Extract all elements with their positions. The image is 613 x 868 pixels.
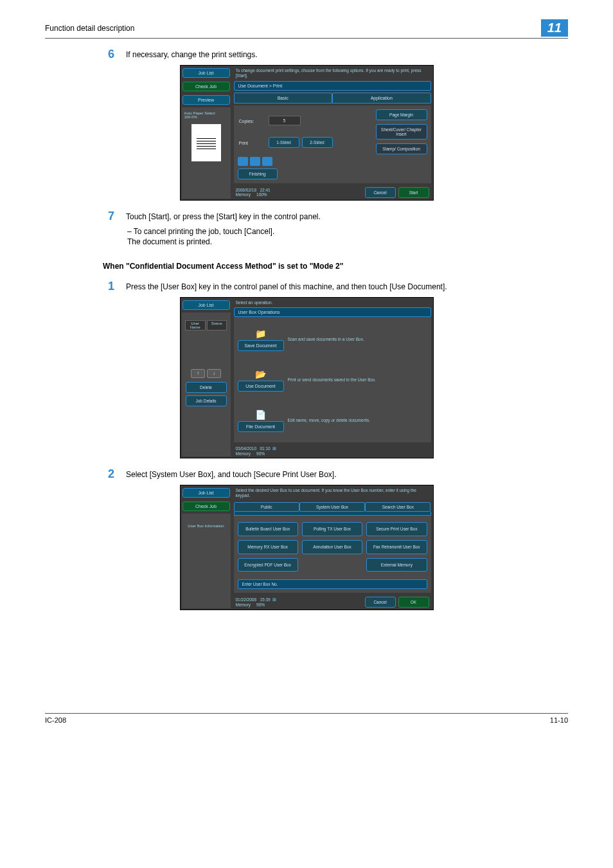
save-document-icon: 📁 — [254, 327, 267, 340]
file-document-icon: 📄 — [254, 408, 267, 421]
screenshot-print-settings: Job List Check Job Preview Auto Paper Se… — [180, 65, 434, 201]
auto-paper-status: Auto Paper Select 100.0% — [184, 111, 228, 119]
encrypted-pdf-button[interactable]: Encrypted PDF User Box — [238, 558, 298, 572]
chapter-number: 11 — [541, 19, 568, 37]
check-job-tab[interactable]: Check Job — [182, 82, 230, 91]
footer-memory-value: 90% — [256, 451, 265, 456]
stamp-button[interactable]: Stamp/ Composition — [376, 143, 427, 154]
page-footer: IC-208 11-10 — [45, 713, 568, 724]
job-list-tab[interactable]: Job List — [182, 68, 230, 78]
enter-user-box-no[interactable]: Enter User Box No. — [238, 579, 427, 589]
job-details-button[interactable]: Job Details — [186, 395, 227, 406]
bulletin-board-button[interactable]: Bulletin Board User Box — [238, 522, 298, 536]
fax-retransmit-button[interactable]: Fax Retransmit User Box — [366, 540, 427, 554]
breadcrumb: Use Document > Print — [234, 81, 431, 91]
footer-memory-label: Memory — [236, 602, 251, 607]
footer-date: 03/04/2010 — [236, 446, 257, 451]
save-document-button[interactable]: Save Document — [238, 340, 284, 351]
hint-text: Select the desired User Box to use docum… — [232, 485, 433, 501]
page-header: Function detail description 11 — [45, 19, 568, 39]
footer-time: 22:41 — [260, 188, 270, 192]
footer-date: 2008/02/18 — [236, 188, 257, 192]
mode2-heading: When "Confidential Document Access Metho… — [103, 262, 568, 271]
cancel-button[interactable]: Cancel — [365, 187, 396, 198]
hint-text: Select an operation. — [232, 298, 433, 308]
use-document-desc: Print or send documents saved in the Use… — [288, 377, 427, 382]
header-title: Function detail description — [45, 24, 134, 33]
footer-memory-value: 100% — [256, 192, 267, 197]
footer-memory-label: Memory — [236, 192, 251, 197]
down-arrow-button[interactable]: ↓ — [207, 369, 221, 378]
footer-right: 11-10 — [550, 716, 568, 724]
step-2-number: 2 — [103, 467, 114, 481]
finishing-button[interactable]: Finishing — [238, 168, 278, 179]
polling-tx-button[interactable]: Polling TX User Box — [302, 522, 362, 536]
job-list-tab[interactable]: Job List — [182, 488, 230, 498]
copies-value[interactable]: 5 — [269, 116, 301, 125]
document-preview-icon — [191, 124, 221, 161]
sheet-cover-button[interactable]: Sheet/Cover/ Chapter Insert — [376, 124, 427, 140]
step-6-text: If necessary, change the print settings. — [126, 48, 568, 61]
footer-memory-value: 90% — [256, 602, 265, 607]
job-list-tab[interactable]: Job List — [182, 300, 230, 310]
tab-public[interactable]: Public — [234, 502, 299, 512]
footer-memory-label: Memory — [236, 451, 251, 456]
finishing-icon — [250, 157, 260, 166]
user-name-col: User Name — [185, 320, 206, 330]
screenshot-user-box-ops: Job List User Name Status ↑ ↓ Delete Job… — [180, 297, 434, 459]
check-job-tab[interactable]: Check Job — [182, 502, 230, 511]
copies-label: Copies: — [239, 119, 266, 123]
step-7-text: Touch [Start], or press the [Start] key … — [126, 210, 568, 223]
annotation-button[interactable]: Annotation User Box — [302, 540, 362, 554]
step-6-number: 6 — [103, 48, 114, 61]
screenshot-system-user-box: Job List Check Job User Box Information … — [180, 485, 434, 610]
step-7: 7 Touch [Start], or press the [Start] ke… — [103, 210, 568, 223]
step-1-text: Press the [User Box] key in the control … — [126, 280, 568, 293]
cancel-button[interactable]: Cancel — [365, 597, 396, 608]
step-1-number: 1 — [103, 280, 114, 293]
step-2: 2 Select [System User Box], and touch [S… — [103, 467, 568, 481]
step-2-text: Select [System User Box], and touch [Sec… — [126, 467, 568, 481]
step-1: 1 Press the [User Box] key in the contro… — [103, 280, 568, 293]
step-7-sub1: – To cancel printing the job, touch [Can… — [127, 227, 568, 236]
secure-print-button[interactable]: Secure Print User Box — [366, 522, 427, 536]
page-margin-button[interactable]: Page Margin — [376, 109, 427, 120]
status-col: Status — [207, 320, 227, 330]
one-sided-button[interactable]: 1-Sided — [269, 137, 299, 148]
finishing-icon — [238, 157, 248, 166]
dialpad-icon: ⊞ — [272, 597, 276, 602]
use-document-icon: 📂 — [254, 368, 267, 381]
dialpad-icon: ⊞ — [272, 446, 276, 451]
tab-basic[interactable]: Basic — [234, 93, 333, 104]
footer-time: 01:10 — [260, 446, 270, 451]
step-7-sub2: The document is printed. — [127, 237, 568, 246]
two-sided-button[interactable]: 2-Sided — [302, 137, 333, 148]
footer-date: 01/22/2008 — [236, 597, 257, 602]
external-memory-button[interactable]: External Memory — [366, 558, 427, 572]
tab-application[interactable]: Application — [332, 93, 431, 104]
memory-rx-button[interactable]: Memory RX User Box — [238, 540, 298, 554]
file-document-desc: Edit name, move, copy or delete document… — [288, 418, 427, 422]
ops-title: User Box Operations — [234, 307, 431, 317]
use-document-button[interactable]: Use Document — [238, 381, 284, 392]
finishing-icon — [262, 157, 272, 166]
step-6: 6 If necessary, change the print setting… — [103, 48, 568, 61]
ok-button[interactable]: OK — [398, 597, 429, 608]
file-document-button[interactable]: File Document — [238, 421, 284, 432]
print-label: Print — [239, 141, 266, 145]
tab-system[interactable]: System User Box — [299, 502, 365, 512]
step-7-number: 7 — [103, 210, 114, 223]
preview-tab[interactable]: Preview — [182, 95, 230, 105]
hint-text: To change document print settings, choos… — [232, 66, 433, 81]
start-button[interactable]: Start — [398, 187, 429, 198]
delete-button[interactable]: Delete — [186, 382, 227, 393]
footer-time: 15:39 — [260, 597, 270, 602]
up-arrow-button[interactable]: ↑ — [191, 369, 205, 378]
tab-search[interactable]: Search User Box — [365, 502, 431, 512]
save-document-desc: Scan and save documents in a User Box. — [288, 337, 427, 341]
footer-left: IC-208 — [45, 716, 66, 724]
user-box-info: User Box Information — [188, 524, 224, 528]
